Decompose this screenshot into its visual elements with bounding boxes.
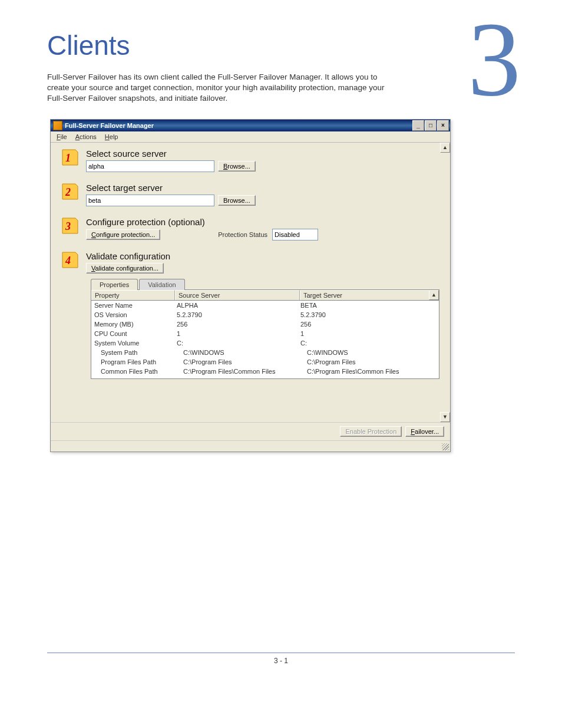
cell-target: BETA [297, 301, 439, 310]
step-2: 2 Select target server Browse... [61, 183, 445, 206]
cell-target: C:\Program Files\Common Files [304, 367, 439, 376]
step-4-title: Validate configuration [86, 251, 445, 261]
table-row[interactable]: System VolumeC:C: [91, 338, 439, 348]
page-footer: 3 - 1 [47, 653, 515, 665]
close-button[interactable]: × [437, 120, 449, 131]
step-1: 1 Select source server Browse... [61, 149, 445, 172]
step-3: 3 Configure protection (optional) Config… [61, 217, 445, 241]
properties-table: Property Source Server Target Server Ser… [91, 289, 439, 379]
resize-grip-icon[interactable] [442, 443, 449, 450]
app-icon [53, 121, 62, 130]
bottom-button-bar: Enable Protection Failover... [51, 422, 450, 440]
cell-source: 256 [174, 319, 297, 329]
cell-target: 1 [297, 329, 439, 338]
tab-properties[interactable]: Properties [91, 279, 138, 290]
table-row[interactable]: OS Version5.2.37905.2.3790 [91, 310, 439, 319]
svg-text:1: 1 [65, 152, 71, 164]
cell-source: 1 [174, 329, 297, 338]
table-row[interactable]: System PathC:\WINDOWSC:\WINDOWS [91, 348, 439, 357]
protection-status-label: Protection Status [218, 231, 267, 238]
menu-bar: File Actions Help [51, 131, 450, 143]
cell-source: C:\Program Files\Common Files [180, 367, 304, 376]
svg-text:3: 3 [65, 220, 71, 232]
cell-target: C:\WINDOWS [304, 348, 439, 357]
table-body: Server NameALPHABETAOS Version5.2.37905.… [91, 301, 439, 379]
table-row[interactable]: Program Files Path x86 [91, 376, 439, 379]
svg-text:2: 2 [65, 186, 71, 198]
tab-strip: Properties Validation [91, 278, 445, 289]
step-1-title: Select source server [86, 149, 445, 159]
cell-property: System Path [91, 348, 180, 357]
step-3-title: Configure protection (optional) [86, 217, 445, 227]
source-server-input[interactable] [86, 160, 214, 172]
browse-target-button[interactable]: Browse... [218, 195, 256, 206]
cell-source: 5.2.3790 [174, 310, 297, 319]
cell-target: 256 [297, 319, 439, 329]
cell-property: Program Files Path x86 [91, 376, 180, 379]
cell-target: C:\Program Files [304, 357, 439, 367]
status-bar [51, 440, 450, 452]
menu-help[interactable]: Help [103, 133, 121, 141]
browse-source-button[interactable]: Browse... [218, 161, 256, 172]
page-title: Clients [47, 29, 515, 61]
cell-property: OS Version [91, 310, 174, 319]
cell-source: C:\WINDOWS [180, 348, 304, 357]
table-header: Property Source Server Target Server [91, 290, 439, 301]
step-1-icon: 1 [61, 149, 79, 166]
maximize-button[interactable]: □ [425, 120, 437, 131]
step-4: 4 Validate configuration Validate config… [61, 251, 445, 274]
configure-protection-button[interactable]: Configure protection... [86, 229, 160, 240]
cell-source: ALPHA [174, 301, 297, 310]
cell-target [304, 376, 439, 379]
menu-actions[interactable]: Actions [73, 133, 99, 141]
target-server-input[interactable] [86, 195, 214, 206]
table-row[interactable]: Program Files PathC:\Program FilesC:\Pro… [91, 357, 439, 367]
chapter-number: 3 [468, 12, 521, 107]
step-4-icon: 4 [61, 251, 79, 269]
cell-property: Program Files Path [91, 357, 180, 367]
cell-property: CPU Count [91, 329, 174, 338]
window-title: Full-Server Failover Manager [65, 122, 412, 129]
cell-source: C: [174, 338, 297, 348]
protection-status-value [272, 229, 318, 241]
table-row[interactable]: Server NameALPHABETA [91, 301, 439, 310]
enable-protection-button: Enable Protection [340, 426, 402, 437]
table-scroll-up-icon[interactable]: ▲ [429, 290, 439, 300]
header-target[interactable]: Target Server [300, 290, 439, 300]
step-3-icon: 3 [61, 217, 79, 235]
app-window: Full-Server Failover Manager _ □ × File … [50, 119, 451, 452]
cell-target: 5.2.3790 [297, 310, 439, 319]
step-2-icon: 2 [61, 183, 79, 200]
cell-property: Common Files Path [91, 367, 180, 376]
scroll-up-icon[interactable]: ▲ [440, 143, 450, 153]
failover-button[interactable]: Failover... [405, 426, 444, 437]
menu-file[interactable]: File [54, 133, 70, 141]
minimize-button[interactable]: _ [412, 120, 424, 131]
tab-validation[interactable]: Validation [139, 279, 185, 290]
title-bar[interactable]: Full-Server Failover Manager _ □ × [51, 120, 450, 131]
cell-property: System Volume [91, 338, 174, 348]
validate-configuration-button[interactable]: Validate configuration... [86, 263, 164, 274]
intro-paragraph: Full-Server Failover has its own client … [47, 72, 401, 104]
cell-target: C: [297, 338, 439, 348]
cell-property: Memory (MB) [91, 319, 174, 329]
header-source[interactable]: Source Server [175, 290, 300, 300]
svg-text:4: 4 [65, 255, 71, 266]
table-row[interactable]: Memory (MB)256256 [91, 319, 439, 329]
cell-source [180, 376, 304, 379]
table-row[interactable]: CPU Count11 [91, 329, 439, 338]
scroll-down-icon[interactable]: ▼ [440, 412, 450, 422]
header-property[interactable]: Property [91, 290, 175, 300]
step-2-title: Select target server [86, 183, 445, 193]
cell-source: C:\Program Files [180, 357, 304, 367]
cell-property: Server Name [91, 301, 174, 310]
app-body: ▲ 1 Select source server Browse... 2 Sel… [51, 143, 450, 422]
table-row[interactable]: Common Files PathC:\Program Files\Common… [91, 367, 439, 376]
